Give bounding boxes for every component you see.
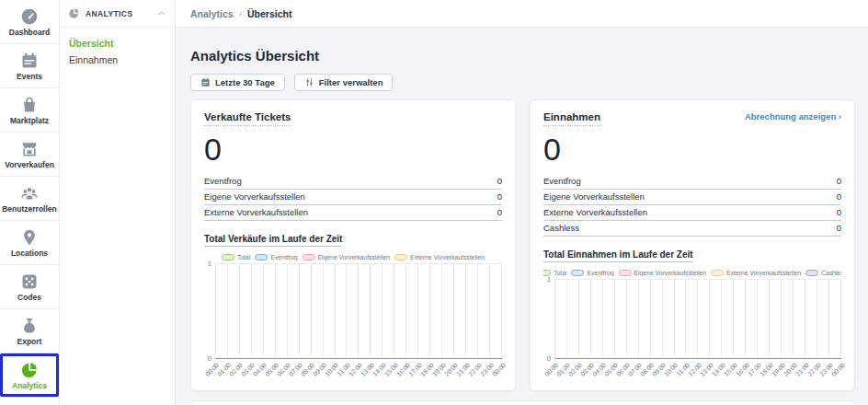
chevron-right-icon: › <box>839 111 841 122</box>
toolbar: Letzte 30 TageFilter verwalten <box>190 74 855 91</box>
stat-label: Eventfrog <box>204 176 242 186</box>
legend-label: Externe Vorverkaufsstellen <box>726 270 801 276</box>
stat-row: Eventfrog0 <box>543 174 841 190</box>
stat-value: 0 <box>497 207 502 217</box>
legend-swatch <box>619 270 632 276</box>
stat-label: Eigene Vorverkaufsstellen <box>543 191 645 202</box>
legend-item: Eigene Vorverkaufsstellen <box>619 270 707 276</box>
sidebar-item-analytics[interactable]: Analytics <box>0 353 59 398</box>
legend-swatch <box>255 254 268 260</box>
users-icon <box>20 184 39 202</box>
x-axis: 00:0001:0002:0003:0004:0005:0006:0007:00… <box>215 359 502 379</box>
sidebar-item-codes[interactable]: Codes <box>0 265 59 309</box>
total-value: 0 <box>204 133 502 165</box>
legend-label: Externe Vorverkaufsstellen <box>410 254 485 260</box>
stat-value: 0 <box>497 176 502 186</box>
legend-label: Eventfrog <box>587 270 613 276</box>
calendar-icon <box>200 77 211 87</box>
sidebar-item-label: Vorverkaufen <box>5 160 54 169</box>
stat-row: Eventfrog0 <box>204 174 502 190</box>
x-axis: 00:0001:0002:0003:0004:0005:0006:0007:00… <box>554 359 841 379</box>
y-axis: 10 <box>543 279 554 359</box>
legend-item: Eventfrog <box>571 270 613 276</box>
stat-row: Externe Vorverkaufsstellen0 <box>543 205 841 221</box>
secondary-sidebar-items: ÜbersichtEinnahmen <box>60 28 175 75</box>
sidebar-item-label: Export <box>17 337 42 346</box>
stat-row: Externe Vorverkaufsstellen0 <box>204 205 502 221</box>
secondary-sidebar-title: ANALYTICS <box>86 9 151 18</box>
sidebar-item-eigener-kalender[interactable]: Eigener Kalender <box>0 398 59 405</box>
bottom-card <box>190 400 855 405</box>
stat-value: 0 <box>837 223 841 233</box>
line-chart: 10 <box>204 263 502 359</box>
money-bag-icon <box>20 317 39 335</box>
chart-title: Total Verkäufe im Laufe der Zeit <box>204 234 342 247</box>
sidebar-item-marktplatz[interactable]: Marktplatz <box>0 88 59 133</box>
chart-title: Total Einnahmen im Laufe der Zeit <box>543 249 693 262</box>
breadcrumb-section[interactable]: Analytics <box>190 8 234 19</box>
stat-row: Eigene Vorverkaufsstellen0 <box>204 190 502 205</box>
legend-label: Total <box>237 254 250 260</box>
map-pin-icon <box>20 228 39 247</box>
abrechnung-anzeigen-link[interactable]: Abrechnung anzeigen › <box>745 111 841 122</box>
y-tick: 1 <box>204 260 211 267</box>
stat-value: 0 <box>837 207 841 217</box>
chart-legend: TotalEventfrogEigene VorverkaufsstellenE… <box>204 254 502 260</box>
legend-label: Total <box>554 270 566 276</box>
card-title: Verkaufte Tickets <box>204 111 291 126</box>
legend-label: Cashless <box>821 270 841 276</box>
app-window: DashboardEventsMarktplatzVorverkaufenBen… <box>0 0 868 405</box>
chart-legend: TotalEventfrogEigene VorverkaufsstellenE… <box>543 270 841 276</box>
legend-swatch <box>394 254 407 260</box>
legend-swatch <box>571 270 584 276</box>
subsidebar-item-bersicht[interactable]: Übersicht <box>69 38 166 49</box>
sidebar-item-label: Events <box>17 72 42 81</box>
legend-swatch <box>805 270 818 276</box>
breadcrumb-current: Übersicht <box>247 8 291 19</box>
chevron-up-icon[interactable] <box>156 8 166 18</box>
legend-swatch <box>222 254 234 260</box>
card-einnahmen: EinnahmenAbrechnung anzeigen ›0Eventfrog… <box>530 99 855 391</box>
card-verkaufte-tickets: Verkaufte Tickets0Eventfrog0Eigene Vorve… <box>190 99 516 391</box>
pie-chart-icon <box>20 361 39 379</box>
breadcrumb: Analytics › Übersicht <box>190 8 291 19</box>
stat-value: 0 <box>497 191 502 202</box>
button-label: Filter verwalten <box>319 77 383 87</box>
pie-chart-icon <box>68 7 80 19</box>
y-tick: 0 <box>204 355 211 362</box>
stat-value: 0 <box>837 191 841 202</box>
sidebar-item-locations[interactable]: Locations <box>0 221 59 265</box>
subsidebar-item-einnahmen[interactable]: Einnahmen <box>69 54 166 65</box>
plot-area <box>215 263 502 359</box>
legend-swatch <box>711 270 724 276</box>
dice-icon <box>20 272 39 291</box>
filter-verwalten-button[interactable]: Filter verwalten <box>294 74 394 91</box>
sliders-icon <box>304 77 314 87</box>
shopping-bag-icon <box>20 96 39 114</box>
sidebar-item-benutzerrollen[interactable]: Benutzerrollen <box>0 177 59 221</box>
sidebar-item-vorverkaufen[interactable]: Vorverkaufen <box>0 133 59 177</box>
link-label: Abrechnung anzeigen <box>745 111 836 122</box>
gauge-icon <box>20 7 39 26</box>
stat-label: Eventfrog <box>543 176 581 186</box>
sidebar-item-label: Benutzerrollen <box>2 204 57 214</box>
line-chart: 10 <box>543 279 841 359</box>
sidebar-item-export[interactable]: Export <box>0 309 59 353</box>
cards-row: Verkaufte Tickets0Eventfrog0Eigene Vorve… <box>190 99 855 391</box>
stat-value: 0 <box>837 176 841 186</box>
secondary-sidebar-header: ANALYTICS <box>60 0 175 28</box>
main-area: Analytics Übersicht Letzte 30 TageFilter… <box>176 28 868 405</box>
chevron-right-icon: › <box>239 8 242 18</box>
stat-label: Cashless <box>543 223 579 233</box>
total-value: 0 <box>543 133 841 165</box>
sidebar-item-label: Codes <box>17 293 41 302</box>
sidebar-item-events[interactable]: Events <box>0 44 59 88</box>
sidebar-item-label: Marktplatz <box>10 116 49 125</box>
letzte-30-tage-button[interactable]: Letzte 30 Tage <box>190 74 285 91</box>
legend-item: Externe Vorverkaufsstellen <box>711 270 801 276</box>
y-tick: 0 <box>543 355 551 362</box>
card-title: Einnahmen <box>543 111 600 126</box>
stat-label: Externe Vorverkaufsstellen <box>204 207 308 217</box>
legend-label: Eventfrog <box>270 254 297 260</box>
sidebar-item-dashboard[interactable]: Dashboard <box>0 0 59 44</box>
